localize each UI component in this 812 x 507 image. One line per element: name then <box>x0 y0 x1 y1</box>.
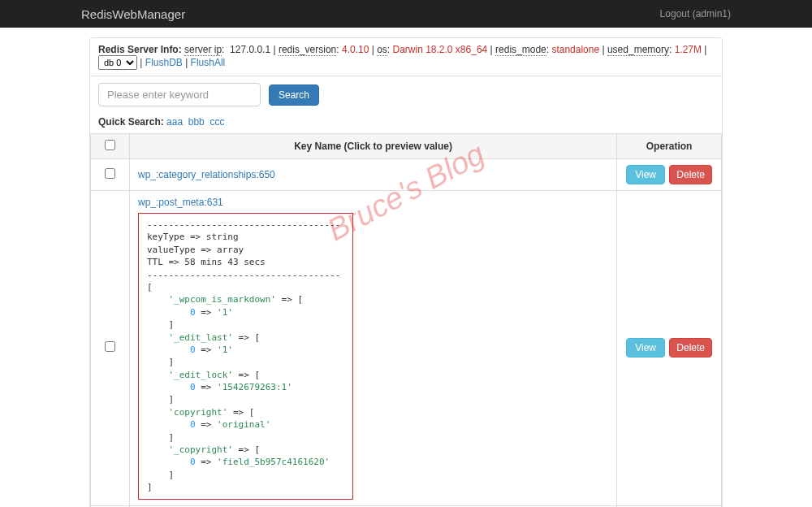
redis-mode-value: standalone <box>551 44 599 55</box>
quick-search-label: Quick Search: <box>98 116 164 128</box>
delete-button[interactable]: Delete <box>669 165 712 184</box>
server-ip-value: 127.0.0.1 <box>230 44 270 55</box>
redis-mode-label: redis_mode <box>495 44 546 56</box>
checkbox-header <box>91 134 130 159</box>
navbar-brand[interactable]: RedisWebManager <box>81 7 185 21</box>
operation-header: Operation <box>617 134 722 159</box>
quick-search-item[interactable]: ccc <box>209 116 224 128</box>
delete-button[interactable]: Delete <box>669 338 712 358</box>
search-input[interactable] <box>98 83 261 106</box>
quick-search-item[interactable]: aaa <box>166 116 183 128</box>
operation-cell: View Delete <box>617 191 722 506</box>
search-button[interactable]: Search <box>269 84 319 106</box>
used-memory-label: used_memory <box>607 44 669 56</box>
logout-link[interactable]: Logout (admin1) <box>660 8 731 20</box>
os-value: Darwin 18.2.0 x86_64 <box>393 44 488 55</box>
quick-search-item[interactable]: bbb <box>188 116 205 128</box>
row-checkbox[interactable] <box>105 341 115 352</box>
server-info-label: Redis Server Info: <box>98 44 182 55</box>
key-link[interactable]: wp_:post_meta:631 <box>138 197 223 208</box>
navbar: RedisWebManager Logout (admin1) <box>0 0 812 28</box>
flushall-link[interactable]: FlushAll <box>191 57 226 68</box>
select-all-checkbox[interactable] <box>105 140 115 150</box>
keyname-header: Key Name (Click to preview value) <box>130 134 617 159</box>
preview-box: ------------------------------------ key… <box>138 213 353 500</box>
key-cell: wp_:category_relationships:650 <box>130 159 617 191</box>
operation-cell: View Delete <box>617 159 722 191</box>
redis-version-value: 4.0.10 <box>342 44 369 55</box>
view-button[interactable]: View <box>626 165 665 184</box>
quick-search: Quick Search: aaa bbb ccc <box>90 113 722 133</box>
checkbox-cell <box>91 159 130 191</box>
table-row: wp_:post_meta:631-----------------------… <box>91 191 722 506</box>
server-ip-label: server ip <box>184 44 222 56</box>
table-row: wp_:category_relationships:650View Delet… <box>91 159 722 191</box>
db-select[interactable]: db 0 <box>98 55 137 70</box>
search-row: Search <box>90 76 722 113</box>
key-link[interactable]: wp_:category_relationships:650 <box>138 169 275 180</box>
used-memory-value: 1.27M <box>675 44 702 55</box>
flushdb-link[interactable]: FlushDB <box>145 57 183 68</box>
keys-table: Key Name (Click to preview value) Operat… <box>90 133 722 507</box>
main-panel: Redis Server Info: server ip: 127.0.0.1 … <box>89 37 723 507</box>
os-label: os <box>377 44 387 56</box>
server-info-bar: Redis Server Info: server ip: 127.0.0.1 … <box>90 38 722 76</box>
checkbox-cell <box>91 191 130 506</box>
view-button[interactable]: View <box>626 338 665 358</box>
redis-version-label: redis_version <box>279 44 336 56</box>
key-cell: wp_:post_meta:631-----------------------… <box>130 191 617 506</box>
row-checkbox[interactable] <box>105 168 115 179</box>
